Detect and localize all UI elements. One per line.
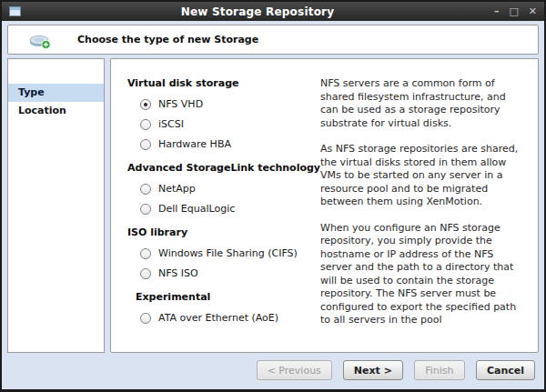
radio-option-nfs-vhd[interactable]: NFS VHD xyxy=(140,98,320,110)
radio-icon[interactable] xyxy=(140,99,151,110)
storage-type-panel: Virtual disk storage NFS VHD iSCSI Hardw… xyxy=(110,58,539,353)
radio-icon[interactable] xyxy=(140,248,151,259)
finish-button[interactable]: Finish xyxy=(414,360,465,380)
window-controls: – □ ✕ xyxy=(494,6,537,16)
radio-icon[interactable] xyxy=(140,184,151,195)
wizard-footer: < Previous Next > Finish Cancel xyxy=(7,359,539,389)
radio-label: iSCSI xyxy=(158,118,184,130)
page-title: Choose the type of new Storage xyxy=(77,34,258,45)
radio-icon[interactable] xyxy=(140,139,151,150)
sidebar-item-type[interactable]: Type xyxy=(8,84,104,102)
description-paragraph: When you configure an NFS storage reposi… xyxy=(320,222,523,327)
radio-option-cifs[interactable]: Windows File Sharing (CIFS) xyxy=(140,247,320,259)
storage-add-icon xyxy=(28,30,52,50)
group-virtual-disk-storage: Virtual disk storage NFS VHD iSCSI Hardw… xyxy=(127,77,320,150)
radio-label: NFS ISO xyxy=(158,267,198,279)
radio-option-ata-over-ethernet[interactable]: ATA over Ethernet (AoE) xyxy=(140,312,320,324)
next-button[interactable]: Next > xyxy=(343,360,403,380)
storage-type-options: Virtual disk storage NFS VHD iSCSI Hardw… xyxy=(127,77,320,352)
wizard-steps-sidebar: Type Location xyxy=(7,58,105,353)
dialog-body: Choose the type of new Storage Type Loca… xyxy=(2,21,544,389)
description-paragraph: As NFS storage repositories are shared, … xyxy=(320,143,523,209)
wizard-content: Type Location Virtual disk storage NFS V… xyxy=(7,58,539,353)
window-icon xyxy=(9,6,21,16)
group-heading: Advanced StorageLink technology xyxy=(127,162,320,174)
group-heading: Virtual disk storage xyxy=(127,77,320,89)
maximize-icon[interactable]: □ xyxy=(509,6,518,16)
group-advanced-storagelink: Advanced StorageLink technology NetApp D… xyxy=(127,162,320,215)
radio-label: ATA over Ethernet (AoE) xyxy=(158,312,278,324)
radio-icon[interactable] xyxy=(140,119,151,130)
storage-type-description: NFS servers are a common form of shared … xyxy=(320,77,527,352)
cancel-button[interactable]: Cancel xyxy=(476,360,535,380)
titlebar[interactable]: New Storage Repository – □ ✕ xyxy=(2,2,544,21)
window-title: New Storage Repository xyxy=(21,5,494,18)
radio-option-iscsi[interactable]: iSCSI xyxy=(140,118,320,130)
radio-label: Windows File Sharing (CIFS) xyxy=(158,247,298,259)
radio-icon[interactable] xyxy=(140,204,151,215)
radio-label: Hardware HBA xyxy=(158,138,231,150)
radio-label: Dell EqualLogic xyxy=(158,203,235,215)
description-paragraph: NFS servers are a common form of shared … xyxy=(320,77,523,130)
group-experimental: Experimental ATA over Ethernet (AoE) xyxy=(127,291,320,324)
radio-option-netapp[interactable]: NetApp xyxy=(140,183,320,195)
radio-option-nfs-iso[interactable]: NFS ISO xyxy=(140,267,320,279)
minimize-icon[interactable]: – xyxy=(494,6,500,16)
radio-label: NetApp xyxy=(158,183,196,195)
radio-icon[interactable] xyxy=(140,268,151,279)
radio-icon[interactable] xyxy=(140,313,151,324)
new-storage-repository-dialog: New Storage Repository – □ ✕ Choose the … xyxy=(0,0,546,392)
radio-option-hardware-hba[interactable]: Hardware HBA xyxy=(140,138,320,150)
close-icon[interactable]: ✕ xyxy=(529,6,537,16)
previous-button[interactable]: < Previous xyxy=(257,360,332,380)
sidebar-item-location[interactable]: Location xyxy=(8,102,104,120)
sidebar-item-label: Type xyxy=(18,86,45,98)
group-iso-library: ISO library Windows File Sharing (CIFS) … xyxy=(127,226,320,279)
wizard-header: Choose the type of new Storage xyxy=(7,25,539,55)
group-heading: ISO library xyxy=(127,226,320,238)
radio-option-dell-equallogic[interactable]: Dell EqualLogic xyxy=(140,203,320,215)
group-heading: Experimental xyxy=(136,291,320,303)
radio-label: NFS VHD xyxy=(158,98,203,110)
sidebar-item-label: Location xyxy=(18,105,66,116)
